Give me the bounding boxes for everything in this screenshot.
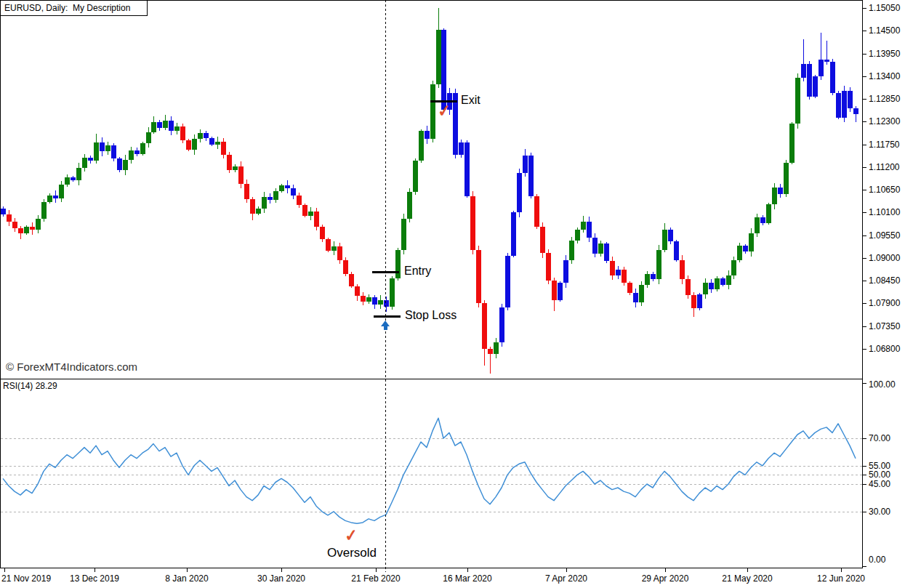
date-tick-label[interactable]: 30 Jan 2020 — [257, 573, 305, 584]
oversold-label: Oversold — [327, 546, 377, 560]
candle — [349, 274, 354, 286]
date-tick-label[interactable]: 13 Dec 2019 — [70, 573, 119, 584]
rsi-tick-label: 0.00 — [869, 555, 885, 565]
buy-arrow-icon[interactable] — [381, 321, 390, 326]
candle — [59, 185, 64, 198]
candle — [494, 342, 499, 354]
candle — [221, 142, 226, 155]
stop-loss-line[interactable] — [374, 315, 401, 318]
candle — [244, 184, 249, 199]
candle — [563, 260, 568, 283]
date-tick-label[interactable]: 21 May 2020 — [722, 573, 772, 584]
candle — [7, 214, 12, 222]
watermark: © ForexMT4Indicators.com — [6, 361, 137, 373]
candle — [662, 230, 667, 250]
candle — [715, 278, 720, 289]
price-tick — [862, 31, 866, 31]
price-tick-label: 1.10650 — [869, 185, 900, 195]
candle — [308, 212, 313, 216]
price-tick — [862, 99, 866, 100]
candle — [331, 246, 337, 251]
candle — [697, 294, 702, 308]
price-tick-label: 1.07900 — [869, 298, 900, 308]
candle — [569, 241, 574, 260]
candle — [622, 270, 627, 283]
rsi-tick — [862, 475, 866, 475]
price-axis-line — [862, 0, 863, 568]
price-tick-label: 1.11750 — [869, 140, 900, 150]
date-tick — [747, 568, 748, 572]
price-tick-label: 1.12850 — [869, 94, 900, 104]
date-tick — [566, 568, 567, 572]
date-tick-label[interactable]: 7 Apr 2020 — [545, 573, 587, 584]
signal-vline[interactable] — [385, 0, 386, 572]
candle — [680, 260, 685, 279]
date-tick — [4, 568, 5, 572]
candle — [581, 222, 586, 230]
candle — [558, 283, 563, 300]
rsi-tick-label: 50.00 — [869, 470, 890, 480]
candle — [94, 142, 99, 161]
candle — [616, 270, 621, 275]
candle — [499, 307, 504, 342]
price-tick-label: 1.08450 — [869, 275, 900, 286]
candle — [639, 285, 644, 302]
candle — [668, 230, 673, 241]
date-tick — [841, 568, 842, 572]
candle — [552, 281, 557, 300]
candle — [610, 261, 615, 275]
candle — [830, 62, 835, 93]
candle — [192, 139, 197, 150]
date-tick-label[interactable]: 29 Apr 2020 — [642, 573, 689, 584]
candle — [813, 76, 818, 97]
candle — [366, 297, 371, 302]
entry-line[interactable] — [372, 271, 399, 273]
candle — [12, 222, 17, 228]
date-tick — [94, 568, 95, 572]
candle — [320, 227, 325, 239]
candle — [674, 241, 679, 260]
candle — [633, 293, 638, 302]
candle — [250, 199, 255, 214]
candle — [1, 209, 6, 214]
price-tick-label: 1.13950 — [869, 49, 900, 59]
rsi-tick-label: 30.00 — [869, 507, 890, 517]
candle — [361, 296, 366, 302]
date-tick-label[interactable]: 21 Nov 2019 — [1, 573, 51, 584]
date-tick-label[interactable]: 8 Jan 2020 — [165, 573, 208, 584]
price-tick-label: 1.07350 — [869, 321, 900, 331]
price-tick-label: 1.11200 — [869, 162, 900, 172]
candle — [476, 250, 481, 303]
candle — [760, 217, 765, 223]
candle — [100, 142, 105, 151]
candle — [784, 163, 789, 194]
candle — [302, 205, 307, 216]
candle — [204, 133, 209, 138]
candle — [505, 256, 510, 307]
date-tick-label[interactable]: 21 Feb 2020 — [351, 573, 400, 584]
candle — [546, 253, 551, 281]
price-tick — [862, 281, 866, 281]
candle — [41, 202, 47, 219]
candle — [627, 283, 632, 293]
candle — [291, 188, 296, 196]
date-tick-label[interactable]: 16 Mar 2020 — [443, 573, 491, 584]
candle — [488, 349, 493, 354]
candle — [378, 300, 383, 305]
price-tick — [862, 258, 866, 259]
candle — [314, 212, 319, 227]
candle — [482, 303, 487, 349]
candle — [789, 124, 795, 163]
candle — [273, 191, 278, 200]
price-tick-label: 1.14500 — [869, 25, 900, 36]
candle — [390, 278, 395, 307]
price-tick — [862, 76, 866, 77]
candle — [842, 91, 847, 118]
candle — [470, 196, 475, 250]
candle — [268, 197, 273, 200]
candle — [198, 133, 203, 139]
date-tick-label[interactable]: 12 Jun 2020 — [817, 573, 865, 584]
candle — [18, 228, 23, 233]
price-tick-label: 1.15050 — [869, 3, 900, 13]
candle — [30, 227, 35, 230]
